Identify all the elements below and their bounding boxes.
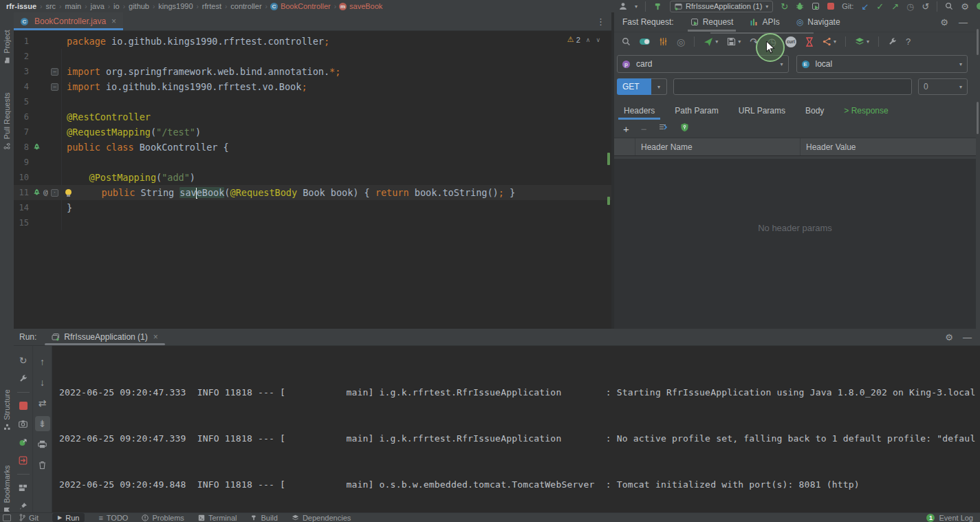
breadcrumb-item[interactable]: src [45,2,56,10]
annotation-gutter-icon[interactable]: @ [43,185,48,200]
statusbar-event-log[interactable]: 1 Event Log [926,514,980,522]
close-icon[interactable]: × [153,332,158,342]
auth-shield-icon[interactable] [680,122,689,135]
breadcrumb-item-method[interactable]: saveBook [349,2,383,10]
headers-table-body[interactable]: No header params [614,159,976,329]
hide-panel-icon[interactable]: — [959,18,968,27]
search-icon[interactable] [622,37,631,46]
tab-navigate[interactable]: ◎ Navigate [796,12,840,32]
collections-button[interactable]: ▾ [855,37,869,46]
soft-wrap-icon[interactable]: ⇄ [35,395,50,411]
prev-occurrence-icon[interactable]: ↑ [35,354,50,369]
console-output[interactable]: 2022-06-25 09:20:47.333 INFO 11818 --- [… [52,346,980,512]
run-with-profiler-button[interactable] [812,2,820,10]
fast-request-rocket-icon[interactable] [32,143,41,152]
breadcrumb-item[interactable]: controller [230,2,262,10]
statusbar-terminal[interactable]: Terminal [198,513,237,522]
statusbar-run[interactable]: ▶ Run [52,513,85,522]
http-method-dropdown[interactable]: ▾ [651,78,667,95]
breadcrumb-item[interactable]: kings1990 [157,2,193,10]
scrollbar-thumb[interactable] [977,29,979,55]
breadcrumb-item[interactable]: github [128,2,150,10]
stop-button[interactable] [16,400,31,413]
scroll-to-end-icon[interactable]: ⇟ [35,416,50,431]
editor-options-kebab-icon[interactable]: ⋮ [596,17,611,27]
sidebar-item-pull-requests[interactable]: Pull Requests [3,93,11,150]
git-commit-button[interactable]: ✓ [876,2,884,11]
tab-response[interactable]: > Response [844,102,888,120]
statusbar-todo[interactable]: ≡ TODO [98,513,128,522]
stop-button[interactable] [827,3,834,10]
intention-bulb-icon[interactable] [65,189,72,197]
record-target-icon[interactable]: ◎ [677,37,685,47]
statusbar-problems[interactable]: Problems [142,513,184,522]
previous-problem-icon[interactable]: ∧ [586,36,591,43]
toolwindow-switcher-icon[interactable] [3,514,11,521]
tab-path-param[interactable]: Path Param [675,102,718,120]
toggle-icon[interactable] [640,39,650,45]
column-header-value[interactable]: Header Value [801,142,976,152]
timeout-hourglass-icon[interactable] [805,37,814,47]
tab-body[interactable]: Body [805,102,824,120]
next-occurrence-icon[interactable]: ↓ [35,375,50,390]
scrollbar-thumb[interactable] [977,102,979,134]
sidebar-item-structure[interactable]: Structure [3,389,11,431]
settings-gear-icon[interactable]: ⚙ [961,2,969,11]
run-tab[interactable]: RfrIssueApplication (1) × [45,329,164,345]
statusbar-build[interactable]: Build [250,513,277,522]
rerun-button[interactable]: ↻ [781,2,788,11]
chevron-down-icon[interactable]: ▾ [635,3,638,10]
tab-request[interactable]: Request [690,12,734,32]
fold-marker[interactable]: − [51,83,58,91]
restore-layout-icon[interactable] [16,481,31,494]
filter-sliders-icon[interactable] [659,37,668,46]
tab-apis[interactable]: APIs [750,12,779,32]
column-header-name[interactable]: Header Name [635,138,801,155]
inspections-widget[interactable]: ⚠ 2 ∧ ∨ [567,35,600,44]
clear-all-trash-icon[interactable] [35,457,50,472]
git-update-button[interactable]: ↙ [861,2,869,11]
hide-panel-icon[interactable]: — [963,333,972,342]
wrench-icon[interactable] [888,37,897,46]
fold-marker[interactable]: · [51,189,58,197]
git-push-button[interactable]: ↗ [891,2,899,11]
fold-marker[interactable]: − [51,68,58,76]
close-icon[interactable]: × [111,17,116,26]
environment-select[interactable]: E local ▾ [796,55,968,73]
print-icon[interactable] [35,437,50,452]
sidebar-item-project[interactable]: Project [3,30,11,63]
help-icon[interactable]: ? [906,37,911,46]
breadcrumb-item[interactable]: rfrtest [202,2,222,10]
debug-button[interactable] [796,2,804,10]
breadcrumb-item-project[interactable]: rfr-issue [6,2,37,10]
share-button[interactable]: ▾ [823,37,836,46]
sidebar-item-bookmarks[interactable]: Bookmarks [3,465,11,512]
thread-dump-camera-icon[interactable] [16,417,31,431]
scrollbar-thumb[interactable] [710,32,814,34]
retry-count-select[interactable]: 0 ▾ [918,78,968,95]
editor-tab-bookcontroller[interactable]: C BookController.java × [14,12,123,30]
history-clock-icon[interactable]: ◷ [906,2,914,11]
rerun-button[interactable]: ↻ [16,354,31,367]
save-button[interactable]: ▾ [727,37,741,46]
send-request-button[interactable]: ▾ [704,37,718,47]
attach-profiler-icon[interactable] [16,436,31,449]
statusbar-git[interactable]: Git [19,513,39,522]
tab-url-params[interactable]: URL Params [739,102,785,120]
remove-row-button[interactable]: − [641,123,647,135]
exit-button[interactable] [16,455,31,468]
fast-request-rocket-icon[interactable] [32,188,41,197]
build-hammer-icon[interactable] [653,2,662,11]
import-headers-button[interactable] [659,122,668,135]
url-input[interactable] [673,78,912,95]
panel-settings-gear-icon[interactable]: ⚙ [940,18,948,27]
tab-headers[interactable]: Headers [624,102,655,120]
run-settings-gear-icon[interactable]: ⚙ [945,333,953,342]
breadcrumb-item-class[interactable]: BookController [280,2,331,10]
http-method-select[interactable]: GET [617,78,651,95]
user-profile-icon[interactable] [619,2,627,10]
search-everywhere-button[interactable] [945,2,953,10]
rollback-button[interactable]: ↺ [922,2,929,11]
breadcrumb-item[interactable]: main [64,2,82,10]
breadcrumb-item[interactable]: io [113,2,120,10]
